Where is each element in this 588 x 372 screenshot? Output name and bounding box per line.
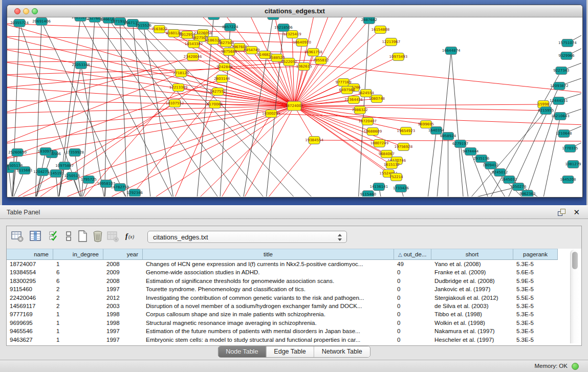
graph-node[interactable]: 10973493 — [389, 53, 408, 61]
table-cell-name[interactable]: 9777169 — [7, 310, 53, 318]
table-cell-short[interactable]: Hescheler et al. (1997) — [431, 336, 513, 344]
table-cell-in_degree[interactable]: 1 — [53, 319, 103, 327]
graph-edge[interactable] — [294, 17, 315, 106]
table-cell-out_de[interactable]: 0 — [394, 327, 431, 335]
graph-node[interactable]: 1292346 — [127, 189, 143, 197]
graph-node[interactable]: 9242848 — [216, 63, 232, 71]
graph-node[interactable]: 18300295 — [262, 110, 280, 118]
graph-node[interactable]: 9862363 — [519, 190, 535, 197]
table-cell-title[interactable]: Estimation of the future numbers of pati… — [143, 327, 394, 335]
show-column-button[interactable] — [29, 230, 42, 243]
graph-node[interactable]: 1362615 — [296, 63, 312, 71]
table-cell-short[interactable]: Wolkin et al. (1998) — [431, 319, 513, 327]
table-cell-in_degree[interactable]: 6 — [53, 277, 103, 285]
table-cell-title[interactable]: Structural magnetic resonance image aver… — [143, 319, 394, 327]
table-cell-out_de[interactable]: 0 — [394, 294, 431, 302]
table-cell-pagerank[interactable]: 5.6E-5 — [513, 268, 558, 276]
table-cell-in_degree[interactable]: 2 — [53, 294, 103, 302]
table-cell-name[interactable]: 18300295 — [7, 277, 53, 285]
table-cell-pagerank[interactable]: 5.3E-5 — [513, 319, 558, 327]
table-cell-name[interactable]: 19384554 — [7, 268, 53, 276]
graph-node[interactable]: 1645208 — [560, 176, 576, 184]
graph-node[interactable]: 1115681 — [16, 167, 32, 174]
graph-node[interactable]: 1640354 — [428, 127, 445, 135]
table-row[interactable]: 1872400712008Changes of HCN gene express… — [7, 260, 581, 268]
delete-table-button[interactable] — [91, 230, 104, 243]
graph-node[interactable]: 12213967 — [382, 38, 401, 46]
graph-node[interactable]: 9115460 — [360, 191, 376, 197]
tab-edge-table[interactable]: Edge Table — [266, 346, 314, 357]
table-cell-out_de[interactable]: 0 — [394, 336, 431, 344]
graph-node[interactable]: 16961758 — [304, 49, 322, 56]
graph-node[interactable]: 1050276 — [510, 183, 527, 191]
graph-edge[interactable] — [7, 106, 294, 113]
table-row[interactable]: 1456911722003Disruption of a novel membe… — [7, 302, 581, 310]
table-cell-title[interactable]: Changes of HCN gene expression and I(f) … — [143, 260, 394, 268]
tab-network-table[interactable]: Network Table — [314, 346, 370, 357]
table-cell-in_degree[interactable]: 6 — [53, 268, 103, 276]
graph-node[interactable]: 12444151 — [550, 97, 568, 105]
graph-node[interactable]: 20355724 — [10, 19, 29, 27]
table-cell-out_de[interactable]: 0 — [394, 319, 431, 327]
table-cell-short[interactable]: Jankovic et al. (1997) — [431, 285, 513, 293]
graph-node[interactable]: 12093872 — [550, 82, 569, 90]
table-cell-pagerank[interactable]: 5.3E-5 — [513, 327, 558, 335]
graph-node[interactable]: 2887682 — [361, 17, 377, 24]
graph-node[interactable]: 14136141 — [369, 183, 388, 191]
column-header-short[interactable]: short — [431, 249, 513, 260]
graph-node[interactable]: 6958924 — [440, 133, 456, 140]
graph-node[interactable]: 6279197 — [452, 140, 468, 148]
graph-edge[interactable] — [289, 62, 581, 93]
table-cell-in_degree[interactable]: 1 — [53, 336, 103, 344]
table-cell-title[interactable]: Embryonic stem cells: a model to study s… — [143, 336, 394, 344]
table-cell-year[interactable]: 1997 — [103, 327, 143, 335]
table-cell-title[interactable]: Tourette syndrome. Phenomenology and cla… — [143, 285, 394, 293]
import-table-button[interactable] — [106, 230, 119, 243]
graph-node[interactable]: 6497568 — [339, 86, 355, 94]
graph-node[interactable]: 1645032 — [501, 176, 517, 184]
graph-node[interactable]: 16154808 — [371, 26, 389, 34]
table-cell-short[interactable]: Franke et al. (2009) — [431, 268, 513, 276]
graph-edge[interactable] — [81, 18, 95, 196]
table-cell-out_de[interactable]: 0 — [394, 285, 431, 293]
table-cell-out_de[interactable]: 0 — [394, 310, 431, 318]
table-cell-title[interactable]: Investigating the contribution of common… — [143, 294, 394, 302]
graph-edge[interactable] — [294, 104, 543, 106]
graph-node[interactable]: 19756928 — [395, 143, 413, 151]
network-window[interactable]: citations_edges.txt 18724007716382281601… — [7, 5, 583, 198]
graph-node[interactable]: 23420046 — [184, 53, 202, 61]
table-cell-short[interactable]: Yano et al. (2008) — [431, 260, 513, 268]
graph-edge[interactable] — [104, 19, 108, 196]
table-cell-title[interactable]: Disruption of a novel member of a sodium… — [143, 302, 394, 310]
table-cell-name[interactable]: 9699695 — [7, 319, 53, 327]
graph-node[interactable]: 17359928 — [66, 149, 84, 157]
graph-edge[interactable] — [437, 51, 451, 196]
table-settings-button[interactable] — [11, 230, 24, 243]
table-cell-pagerank[interactable]: 5.3E-5 — [513, 302, 558, 310]
graph-node[interactable]: 7955812 — [313, 57, 329, 64]
table-cell-name[interactable]: 18724007 — [7, 260, 53, 268]
table-cell-short[interactable]: Nakamura et al. (1997) — [431, 327, 513, 335]
graph-edge[interactable] — [266, 140, 314, 196]
table-cell-year[interactable]: 1997 — [103, 336, 143, 344]
table-cell-in_degree[interactable]: 1 — [53, 327, 103, 335]
table-row[interactable]: 977716911998Corpus callosum shape and si… — [7, 310, 581, 318]
table-cell-name[interactable]: 9465546 — [7, 327, 53, 335]
graph-edge[interactable] — [151, 106, 295, 196]
table-row[interactable]: 969969511998Structural magnetic resonanc… — [7, 319, 581, 327]
graph-node[interactable]: 10975887 — [55, 162, 74, 170]
table-scrollbar[interactable] — [570, 250, 579, 343]
select-rows-button[interactable] — [48, 230, 61, 243]
table-cell-out_de[interactable]: 0 — [394, 268, 431, 276]
graph-node[interactable]: 8522057 — [281, 58, 297, 66]
graph-node[interactable]: 9474444 — [463, 148, 479, 156]
table-row[interactable]: 911546021997Tourette syndrome. Phenomeno… — [7, 285, 581, 293]
table-cell-in_degree[interactable]: 1 — [53, 260, 103, 268]
table-row[interactable]: 1830029562008Estimation of significance … — [7, 277, 581, 285]
table-cell-out_de[interactable]: 49 — [394, 260, 431, 268]
table-cell-pagerank[interactable]: 5.3E-5 — [513, 336, 558, 344]
table-cell-short[interactable]: de Silva et al. (2003) — [431, 302, 513, 310]
tab-node-table[interactable]: Node Table — [218, 346, 266, 357]
table-cell-pagerank[interactable]: 5.3E-5 — [513, 260, 558, 268]
graph-node[interactable]: 18640910 — [293, 39, 311, 47]
